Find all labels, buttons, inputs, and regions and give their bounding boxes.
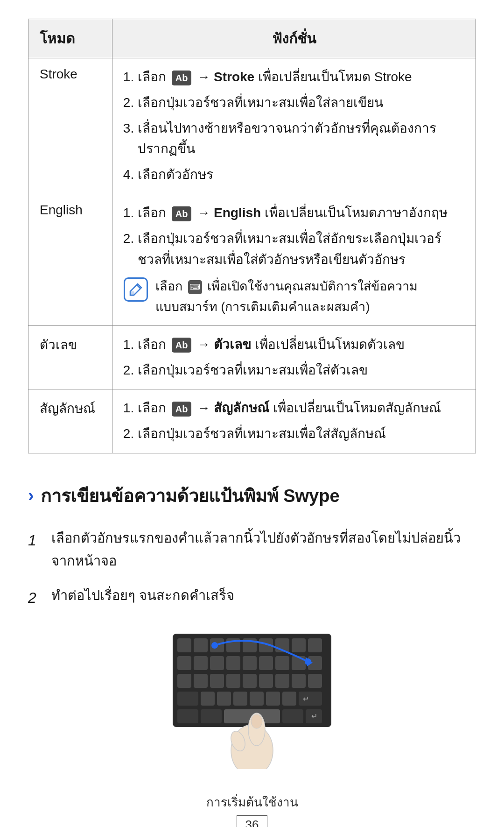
svg-rect-31 bbox=[217, 692, 231, 706]
ab-icon: Ab bbox=[172, 402, 192, 417]
mode-label-english: English bbox=[28, 194, 112, 325]
svg-rect-3 bbox=[194, 638, 208, 652]
note-icon bbox=[124, 277, 148, 302]
pencil-note-svg bbox=[128, 282, 143, 297]
svg-rect-24 bbox=[243, 674, 257, 688]
table-row-symbol: สัญลักษณ์ เลือก Ab → สัญลักษณ์ เพื่อเปลี… bbox=[28, 389, 476, 453]
svg-rect-41 bbox=[282, 709, 303, 723]
func-cell-english: เลือก Ab → English เพื่อเปลี่ยนเป็นโหมดภ… bbox=[112, 194, 476, 325]
ab-icon: Ab bbox=[172, 338, 192, 353]
svg-rect-39 bbox=[201, 709, 222, 723]
svg-rect-28 bbox=[308, 674, 322, 688]
svg-rect-12 bbox=[194, 656, 208, 670]
svg-rect-27 bbox=[292, 674, 306, 688]
ab-icon: Ab bbox=[172, 71, 192, 85]
svg-rect-17 bbox=[275, 656, 289, 670]
step-number-2: 2 bbox=[28, 585, 42, 610]
table-header-function: ฟังก์ชั่น bbox=[112, 19, 476, 58]
svg-rect-9 bbox=[292, 638, 306, 652]
svg-text:↵: ↵ bbox=[303, 695, 309, 703]
svg-rect-15 bbox=[243, 656, 257, 670]
list-item: เลือก Ab → English เพื่อเปลี่ยนเป็นโหมดภ… bbox=[138, 203, 464, 224]
svg-point-49 bbox=[251, 714, 262, 728]
table-row-english: English เลือก Ab → English เพื่อเปลี่ยนเ… bbox=[28, 194, 476, 325]
swype-keyboard-image: ↵ ↵ bbox=[168, 629, 336, 769]
svg-rect-32 bbox=[233, 692, 247, 706]
svg-rect-14 bbox=[226, 656, 240, 670]
table-header-mode: โหมด bbox=[28, 19, 112, 58]
mode-function-table: โหมด ฟังก์ชั่น Stroke เลือก Ab → Stroke … bbox=[28, 19, 476, 453]
svg-rect-16 bbox=[259, 656, 273, 670]
chevron-icon: › bbox=[28, 486, 34, 506]
section-heading: › การเขียนข้อความด้วยแป้นพิมพ์ Swype bbox=[28, 481, 476, 510]
svg-rect-11 bbox=[177, 656, 191, 670]
list-item: เลือกปุ่มเวอร์ชวลที่เหมาะสมเพื่อใส่ตัวเล… bbox=[138, 360, 464, 381]
svg-rect-35 bbox=[282, 692, 296, 706]
step-2: 2 ทำต่อไปเรื่อยๆ จนสะกดคำเสร็จ bbox=[28, 584, 476, 610]
footer-label: การเริ่มต้นใช้งาน bbox=[28, 792, 476, 812]
func-cell-symbol: เลือก Ab → สัญลักษณ์ เพื่อเปลี่ยนเป็นโหม… bbox=[112, 389, 476, 453]
svg-rect-26 bbox=[275, 674, 289, 688]
svg-rect-38 bbox=[177, 709, 198, 723]
list-item: เลือกปุ่มเวอร์ชวลที่เหมาะสมเพื่อใส่ลายเข… bbox=[138, 92, 464, 113]
svg-rect-2 bbox=[177, 638, 191, 652]
svg-rect-34 bbox=[266, 692, 280, 706]
svg-rect-33 bbox=[250, 692, 264, 706]
list-item: เลื่อนไปทางซ้ายหรือขวาจนกว่าตัวอักษรที่ค… bbox=[138, 118, 464, 160]
page-number: 36 bbox=[237, 815, 268, 827]
step-number-1: 1 bbox=[28, 528, 42, 553]
ab-icon: Ab bbox=[172, 206, 192, 221]
svg-rect-30 bbox=[201, 692, 215, 706]
svg-rect-10 bbox=[308, 638, 322, 652]
table-row-stroke: Stroke เลือก Ab → Stroke เพื่อเปลี่ยนเป็… bbox=[28, 58, 476, 194]
func-cell-number: เลือก Ab → ตัวเลข เพื่อเปลี่ยนเป็นโหมดตั… bbox=[112, 325, 476, 389]
list-item: เลือกตัวอักษร bbox=[138, 164, 464, 185]
list-item: เลือก Ab → Stroke เพื่อเปลี่ยนเป็นโหมด S… bbox=[138, 67, 464, 88]
step-text-1: เลือกตัวอักษรแรกของคำแล้วลากนิ้วไปยังตัว… bbox=[51, 527, 476, 573]
func-cell-stroke: เลือก Ab → Stroke เพื่อเปลี่ยนเป็นโหมด S… bbox=[112, 58, 476, 194]
svg-rect-13 bbox=[210, 656, 224, 670]
mode-label-number: ตัวเลข bbox=[28, 325, 112, 389]
page-footer: การเริ่มต้นใช้งาน 36 bbox=[28, 792, 476, 827]
svg-point-45 bbox=[211, 642, 218, 649]
section-title: การเขียนข้อความด้วยแป้นพิมพ์ Swype bbox=[41, 481, 340, 510]
keyboard-svg: ↵ ↵ bbox=[168, 629, 336, 769]
step-text-2: ทำต่อไปเรื่อยๆ จนสะกดคำเสร็จ bbox=[51, 584, 476, 607]
svg-rect-21 bbox=[194, 674, 208, 688]
svg-rect-23 bbox=[226, 674, 240, 688]
step-1: 1 เลือกตัวอักษรแรกของคำแล้วลากนิ้วไปยังต… bbox=[28, 527, 476, 573]
note-box-english: เลือก ⌨ เพื่อเปิดใช้งานคุณสมบัติการใส่ข้… bbox=[124, 276, 464, 317]
keyboard-illustration: ↵ ↵ bbox=[28, 629, 476, 769]
list-item: เลือก Ab → สัญลักษณ์ เพื่อเปลี่ยนเป็นโหม… bbox=[138, 398, 464, 419]
list-item: เลือกปุ่มเวอร์ชวลที่เหมาะสมเพื่อใส่สัญลั… bbox=[138, 424, 464, 445]
swype-steps: 1 เลือกตัวอักษรแรกของคำแล้วลากนิ้วไปยังต… bbox=[28, 527, 476, 610]
mode-label-stroke: Stroke bbox=[28, 58, 112, 194]
svg-rect-25 bbox=[259, 674, 273, 688]
svg-point-46 bbox=[305, 658, 311, 665]
note-text-english: เลือก ⌨ เพื่อเปิดใช้งานคุณสมบัติการใส่ข้… bbox=[155, 276, 418, 317]
svg-rect-20 bbox=[177, 674, 191, 688]
table-row-number: ตัวเลข เลือก Ab → ตัวเลข เพื่อเปลี่ยนเป็… bbox=[28, 325, 476, 389]
svg-rect-36 bbox=[299, 692, 322, 706]
mode-label-symbol: สัญลักษณ์ bbox=[28, 389, 112, 453]
list-item: เลือก Ab → ตัวเลข เพื่อเปลี่ยนเป็นโหมดตั… bbox=[138, 334, 464, 355]
svg-text:↵: ↵ bbox=[311, 712, 317, 720]
list-item: เลือกปุ่มเวอร์ชวลที่เหมาะสมเพื่อใส่อักขร… bbox=[138, 228, 464, 270]
svg-rect-22 bbox=[210, 674, 224, 688]
svg-rect-29 bbox=[177, 692, 198, 706]
smart-input-icon: ⌨ bbox=[188, 280, 202, 294]
